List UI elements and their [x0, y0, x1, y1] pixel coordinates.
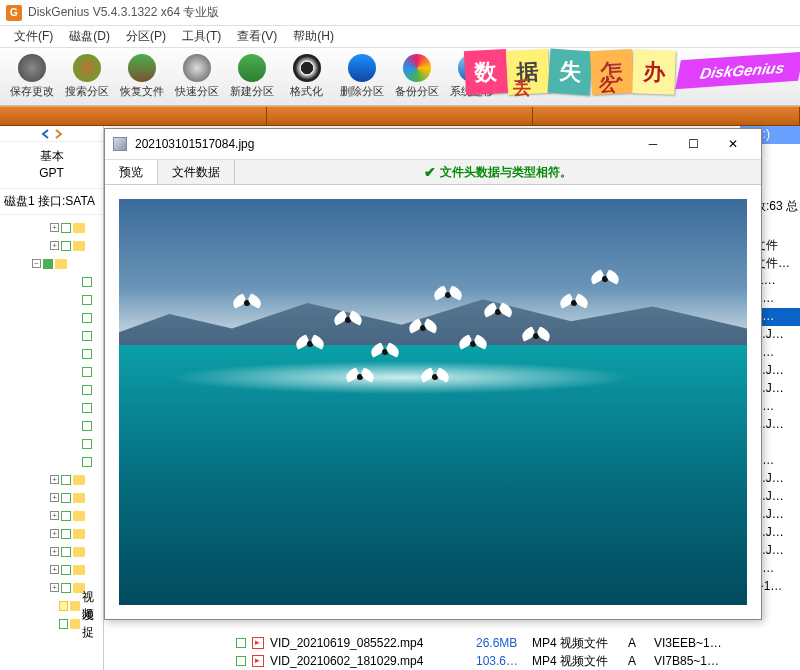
- menu-partition[interactable]: 分区(P): [118, 26, 174, 47]
- tree-row[interactable]: +: [0, 219, 103, 237]
- tree-row-misc[interactable]: 谩捉: [0, 615, 103, 633]
- checkmark-icon: ✔: [424, 164, 436, 180]
- sticky-notes: 数 据丢 失 怎么 办 DiskGenius: [465, 48, 800, 106]
- preview-filename: 202103101517084.jpg: [135, 137, 254, 151]
- toolbar-quick-button[interactable]: 快速分区: [169, 50, 224, 104]
- menu-tools[interactable]: 工具(T): [174, 26, 229, 47]
- tree-row[interactable]: [0, 417, 103, 435]
- tree-row[interactable]: +: [0, 489, 103, 507]
- disk-map-band: [0, 106, 800, 126]
- tree-row[interactable]: [0, 453, 103, 471]
- disk-basic-info: 基本 GPT: [0, 142, 103, 189]
- left-panel: 基本 GPT 磁盘1 接口:SATA + + − + + + + + +: [0, 126, 104, 670]
- expander-icon[interactable]: +: [50, 223, 59, 232]
- tab-filedata[interactable]: 文件数据: [158, 160, 235, 184]
- app-logo-icon: G: [6, 5, 22, 21]
- toolbar-backup-button[interactable]: 备份分区: [389, 50, 444, 104]
- tree-row[interactable]: +: [0, 471, 103, 489]
- tree-row[interactable]: [0, 345, 103, 363]
- tab-preview[interactable]: 预览: [105, 160, 158, 184]
- toolbar-delete-button[interactable]: 删除分区: [334, 50, 389, 104]
- sticky-5: 办: [633, 49, 677, 94]
- folder-tree[interactable]: + + − + + + + + + + 视频 谩捉: [0, 215, 103, 670]
- delete-partition-icon: [348, 54, 376, 82]
- nav-arrows[interactable]: [0, 126, 103, 142]
- recover-icon: [128, 54, 156, 82]
- search-icon: [73, 54, 101, 82]
- tree-row[interactable]: [0, 327, 103, 345]
- file-row[interactable]: VID_20210619_085522.mp4 26.6MB MP4 视频文件 …: [234, 634, 800, 652]
- window-title: DiskGenius V5.4.3.1322 x64 专业版: [28, 4, 219, 21]
- title-bar: G DiskGenius V5.4.3.1322 x64 专业版: [0, 0, 800, 26]
- preview-titlebar[interactable]: 202103101517084.jpg ─ ☐ ✕: [105, 129, 761, 159]
- tree-row[interactable]: [0, 291, 103, 309]
- tree-row[interactable]: [0, 363, 103, 381]
- tree-row[interactable]: +: [0, 543, 103, 561]
- file-list[interactable]: VID_20210619_085522.mp4 26.6MB MP4 视频文件 …: [234, 634, 800, 670]
- tree-row[interactable]: [0, 435, 103, 453]
- tree-row[interactable]: +: [0, 525, 103, 543]
- video-file-icon: [252, 655, 264, 667]
- tree-row[interactable]: [0, 273, 103, 291]
- header-status: ✔ 文件头数据与类型相符。: [235, 160, 761, 184]
- preview-tabs: 预览 文件数据 ✔ 文件头数据与类型相符。: [105, 159, 761, 185]
- preview-body: [105, 185, 761, 619]
- tree-row[interactable]: −: [0, 255, 103, 273]
- toolbar-format-button[interactable]: 格式化: [279, 50, 334, 104]
- tree-row[interactable]: [0, 381, 103, 399]
- quick-partition-icon: [183, 54, 211, 82]
- format-icon: [293, 54, 321, 82]
- file-row[interactable]: VID_20210602_181029.mp4 103.6… MP4 视频文件 …: [234, 652, 800, 670]
- toolbar-search-button[interactable]: 搜索分区: [59, 50, 114, 104]
- tree-row[interactable]: +: [0, 237, 103, 255]
- disk-interface: 磁盘1 接口:SATA: [0, 189, 103, 215]
- tree-row[interactable]: +: [0, 561, 103, 579]
- arrow-right-icon: [53, 129, 63, 139]
- brand-banner: DiskGenius: [676, 52, 800, 89]
- menu-file[interactable]: 文件(F): [6, 26, 61, 47]
- video-file-icon: [252, 637, 264, 649]
- tree-row[interactable]: +: [0, 507, 103, 525]
- toolbar: 保存更改 搜索分区 恢复文件 快速分区 新建分区 格式化 删除分区 备份分区 系…: [0, 48, 800, 106]
- new-partition-icon: [238, 54, 266, 82]
- toolbar-new-button[interactable]: 新建分区: [224, 50, 279, 104]
- menu-bar: 文件(F) 磁盘(D) 分区(P) 工具(T) 查看(V) 帮助(H): [0, 26, 800, 48]
- toolbar-recover-button[interactable]: 恢复文件: [114, 50, 169, 104]
- arrow-left-icon: [41, 129, 51, 139]
- close-button[interactable]: ✕: [713, 130, 753, 158]
- maximize-button[interactable]: ☐: [673, 130, 713, 158]
- menu-disk[interactable]: 磁盘(D): [61, 26, 118, 47]
- menu-help[interactable]: 帮助(H): [285, 26, 342, 47]
- tree-row[interactable]: [0, 309, 103, 327]
- image-file-icon: [113, 137, 127, 151]
- sticky-3: 失: [548, 49, 593, 96]
- tree-row[interactable]: [0, 399, 103, 417]
- toolbar-save-button[interactable]: 保存更改: [4, 50, 59, 104]
- menu-view[interactable]: 查看(V): [229, 26, 285, 47]
- preview-image: [119, 199, 747, 605]
- preview-window: 202103101517084.jpg ─ ☐ ✕ 预览 文件数据 ✔ 文件头数…: [104, 128, 762, 620]
- save-icon: [18, 54, 46, 82]
- minimize-button[interactable]: ─: [633, 130, 673, 158]
- backup-icon: [403, 54, 431, 82]
- sticky-1: 数: [464, 49, 508, 95]
